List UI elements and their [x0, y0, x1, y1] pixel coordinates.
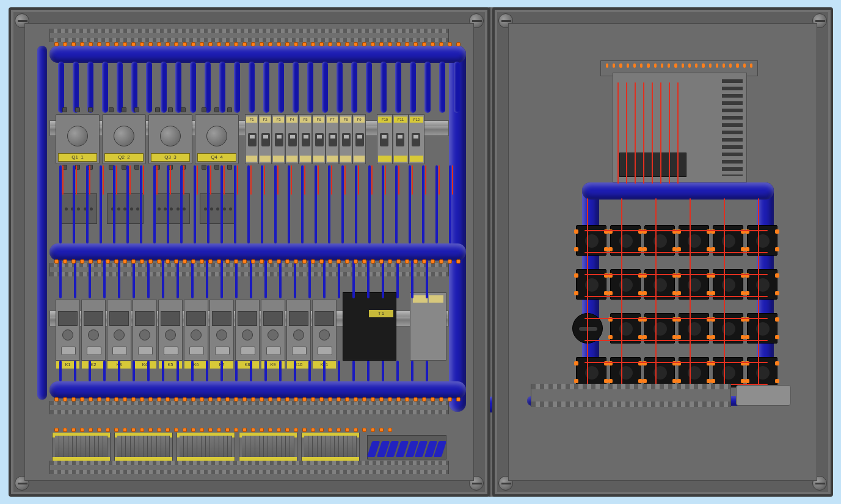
- terminal-block: [301, 433, 360, 462]
- cable-drop: [73, 62, 79, 113]
- aux-block: [153, 193, 190, 224]
- device-tag: F10: [378, 117, 391, 123]
- wire: [584, 340, 768, 341]
- wire: [279, 361, 282, 381]
- terminal-block: [239, 433, 297, 462]
- wire: [76, 165, 77, 195]
- wire: [264, 261, 267, 298]
- ferrule-row: [54, 397, 461, 401]
- wire: [452, 165, 453, 195]
- wire: [89, 165, 90, 195]
- wire: [162, 361, 164, 381]
- wire: [584, 230, 768, 231]
- wire: [660, 82, 661, 184]
- breaker-lever: [248, 133, 257, 146]
- cable-drop: [395, 62, 401, 113]
- wire: [59, 361, 62, 381]
- device-tag: F3: [273, 117, 284, 123]
- wire: [86, 165, 89, 243]
- wire: [352, 361, 355, 381]
- cable-drop: [380, 62, 387, 113]
- wire: [103, 361, 106, 381]
- wire: [261, 165, 263, 243]
- wire: [294, 361, 296, 381]
- wire: [62, 165, 64, 195]
- wire: [170, 165, 171, 195]
- wire: [382, 165, 384, 243]
- wire: [411, 261, 413, 298]
- breaker-lever: [380, 133, 388, 146]
- wire: [328, 165, 330, 243]
- dial-icon: [319, 329, 330, 340]
- rotary-knob-icon: [67, 126, 88, 146]
- cable-bundle-top: [49, 46, 466, 63]
- device-tag: F7: [327, 117, 338, 123]
- dial-icon: [88, 329, 99, 340]
- wire: [291, 165, 292, 195]
- vent-icon: [722, 79, 743, 176]
- wire: [288, 165, 290, 243]
- cable-drop: [219, 62, 225, 113]
- wire: [367, 361, 370, 381]
- device-tag: F5: [300, 117, 311, 123]
- wire: [207, 165, 209, 243]
- cable-drop: [410, 62, 416, 113]
- cable-drop: [293, 62, 299, 113]
- breaker-lever: [412, 133, 420, 146]
- wire: [156, 165, 158, 195]
- dial-icon: [293, 329, 304, 340]
- breaker-lever: [288, 133, 297, 146]
- wire: [118, 361, 120, 381]
- wire: [338, 261, 340, 298]
- wire: [177, 361, 179, 381]
- motor-starter: K10: [286, 300, 311, 361]
- psu-terminals: [619, 153, 686, 177]
- wire: [206, 361, 208, 381]
- wire: [411, 361, 413, 381]
- wire: [352, 261, 355, 298]
- device-tag: K6: [184, 361, 208, 369]
- wire: [652, 82, 653, 184]
- mcb: F3: [272, 114, 285, 164]
- wire: [237, 165, 238, 195]
- device-tag: Q1 1: [58, 153, 97, 162]
- cable-drop: [87, 62, 93, 113]
- wire: [220, 361, 223, 381]
- cable-drop: [58, 62, 64, 113]
- cable-drop: [454, 62, 460, 113]
- terminal-block: [177, 433, 235, 462]
- cable-drop: [249, 62, 255, 113]
- wire: [396, 361, 399, 381]
- wire: [690, 198, 691, 394]
- wire: [279, 261, 282, 298]
- cable-bundle-mid: [49, 243, 466, 261]
- wire: [677, 82, 679, 184]
- wire: [103, 261, 106, 298]
- wire: [250, 165, 252, 195]
- wire: [89, 261, 91, 298]
- wire: [435, 165, 438, 243]
- aux-block: [60, 193, 97, 224]
- dial-icon: [191, 329, 202, 340]
- device-tag: F1: [246, 117, 257, 123]
- cable-drop: [263, 62, 269, 113]
- wire: [147, 361, 150, 381]
- wire: [180, 165, 183, 243]
- mcb: F7: [326, 114, 339, 164]
- device-tag: F4: [286, 117, 297, 123]
- wire: [197, 165, 198, 195]
- wire: [331, 165, 332, 195]
- motor-starter: K4: [133, 300, 157, 361]
- wire: [587, 198, 588, 394]
- dial-icon: [139, 329, 150, 340]
- cable-drop: [205, 62, 211, 113]
- main-cabinet: Q1 1Q2 2Q3 3Q4 4 F1F2F3F4F5F6F7F8F9 F10F…: [9, 7, 490, 497]
- door-duct-bottom: [531, 384, 731, 407]
- device-tag: F2: [260, 117, 271, 123]
- wire: [655, 198, 657, 394]
- wire: [344, 165, 346, 195]
- breaker-lever: [275, 133, 283, 146]
- cable-drop: [278, 62, 284, 113]
- cable-drop: [131, 62, 137, 113]
- mcb-pair: [410, 292, 446, 361]
